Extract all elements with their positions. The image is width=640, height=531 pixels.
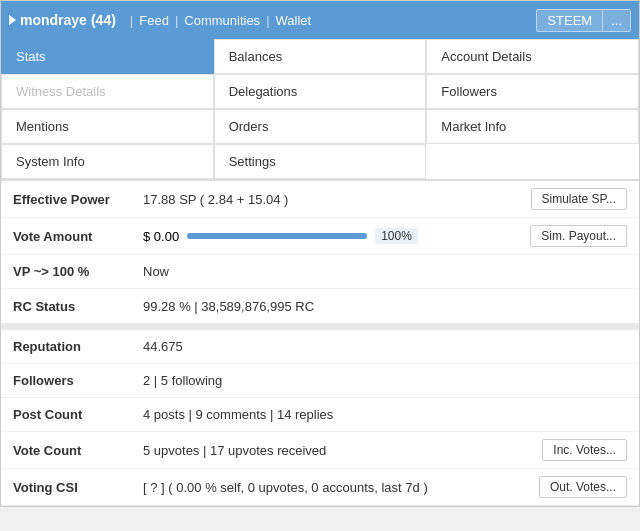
menu-item-settings[interactable]: Settings [214,144,427,179]
post-count-label: Post Count [13,407,143,422]
menu-item-empty [426,144,639,179]
effective-power-row: Effective Power 17.88 SP ( 2.84 + 15.04 … [1,181,639,218]
vote-count-action: Inc. Votes... [542,439,627,461]
effective-power-value: 17.88 SP ( 2.84 + 15.04 ) [143,192,531,207]
vote-slider-track[interactable] [187,233,367,239]
vote-amount-value: $ 0.00 [143,229,179,244]
stats-section-1: Effective Power 17.88 SP ( 2.84 + 15.04 … [1,181,639,324]
vote-amount-value-container: $ 0.00 100% [143,228,530,244]
nav-logo: mondraye (44) [9,12,116,28]
menu-item-mentions[interactable]: Mentions [1,109,214,144]
nav-sep-1: | [130,13,133,28]
menu-item-stats[interactable]: Stats [1,39,214,74]
nav-sep-2: | [175,13,178,28]
vote-amount-label: Vote Amount [13,229,143,244]
stats-section-2: Reputation 44.675 Followers 2 | 5 follow… [1,324,639,506]
vote-amount-row: Vote Amount $ 0.00 100% Sim. Payout... [1,218,639,255]
vp-value: Now [143,264,627,279]
menu-item-balances[interactable]: Balances [214,39,427,74]
vp-label: VP ~> 100 % [13,264,143,279]
rc-status-value: 99.28 % | 38,589,876,995 RC [143,299,627,314]
steem-button[interactable]: STEEM [536,9,603,32]
app-container: mondraye (44) | Feed | Communities | Wal… [0,0,640,507]
vote-count-row: Vote Count 5 upvotes | 17 upvotes receiv… [1,432,639,469]
menu-item-market-info[interactable]: Market Info [426,109,639,144]
inc-votes-button[interactable]: Inc. Votes... [542,439,627,461]
vote-pct-label: 100% [375,228,418,244]
voting-csi-action: Out. Votes... [539,476,627,498]
effective-power-label: Effective Power [13,192,143,207]
menu-item-system-info[interactable]: System Info [1,144,214,179]
menu-item-orders[interactable]: Orders [214,109,427,144]
vote-amount-action: Sim. Payout... [530,225,627,247]
vp-row: VP ~> 100 % Now [1,255,639,289]
nav-sep-3: | [266,13,269,28]
rc-status-row: RC Status 99.28 % | 38,589,876,995 RC [1,289,639,323]
rc-status-label: RC Status [13,299,143,314]
menu-item-account-details[interactable]: Account Details [426,39,639,74]
voting-csi-value: [ ? ] ( 0.00 % self, 0 upvotes, 0 accoun… [143,480,539,495]
voting-csi-row: Voting CSI [ ? ] ( 0.00 % self, 0 upvote… [1,469,639,505]
menu-item-witness-details: Witness Details [1,74,214,109]
nav-username[interactable]: mondraye [20,12,87,28]
followers-label: Followers [13,373,143,388]
post-count-value: 4 posts | 9 comments | 14 replies [143,407,627,422]
vote-count-label: Vote Count [13,443,143,458]
simulate-sp-button[interactable]: Simulate SP... [531,188,627,210]
nav-triangle-icon [9,15,16,25]
sim-payout-button[interactable]: Sim. Payout... [530,225,627,247]
nav-more-button[interactable]: ... [603,9,631,32]
vote-count-value: 5 upvotes | 17 upvotes received [143,443,542,458]
nav-level: (44) [91,12,116,28]
out-votes-button[interactable]: Out. Votes... [539,476,627,498]
followers-row: Followers 2 | 5 following [1,364,639,398]
nav-wallet-link[interactable]: Wallet [276,13,312,28]
menu-grid: Stats Balances Account Details Witness D… [1,39,639,181]
post-count-row: Post Count 4 posts | 9 comments | 14 rep… [1,398,639,432]
menu-item-followers[interactable]: Followers [426,74,639,109]
reputation-value: 44.675 [143,339,627,354]
vote-slider-fill [187,233,367,239]
reputation-label: Reputation [13,339,143,354]
nav-bar: mondraye (44) | Feed | Communities | Wal… [1,1,639,39]
voting-csi-label: Voting CSI [13,480,143,495]
menu-item-delegations[interactable]: Delegations [214,74,427,109]
followers-value: 2 | 5 following [143,373,627,388]
nav-feed-link[interactable]: Feed [139,13,169,28]
nav-communities-link[interactable]: Communities [184,13,260,28]
reputation-row: Reputation 44.675 [1,330,639,364]
effective-power-action: Simulate SP... [531,188,627,210]
